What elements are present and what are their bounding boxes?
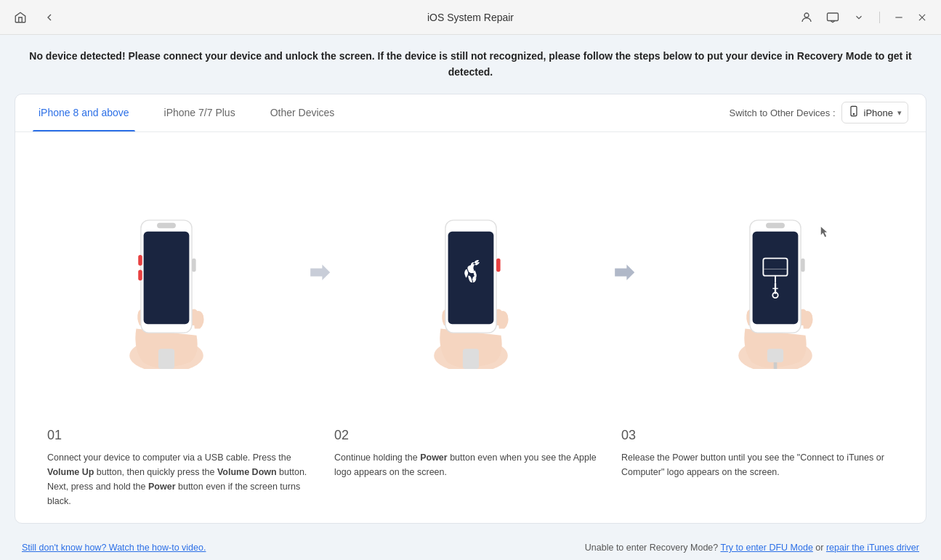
close-button[interactable] <box>915 10 929 25</box>
dfu-mode-link[interactable]: Try to enter DFU Mode <box>720 543 812 553</box>
selector-chevron-icon: ▾ <box>897 108 902 118</box>
footer-bar: Still don't know how? Watch the how-to v… <box>0 535 941 560</box>
how-to-video-link[interactable]: Still don't know how? Watch the how-to v… <box>22 543 206 553</box>
svg-rect-1 <box>828 13 839 21</box>
step1-text-part2: button, then quickly press the <box>94 467 217 477</box>
footer-right: Unable to enter Recovery Mode? Try to en… <box>585 543 919 553</box>
step1-text: 01 Connect your device to computer via a… <box>40 425 327 508</box>
title-divider <box>879 12 880 23</box>
step1-image <box>33 195 299 369</box>
steps-images-row <box>33 132 908 425</box>
minimize-button[interactable] <box>892 10 906 25</box>
title-bar-right <box>798 9 929 26</box>
selected-device-name: iPhone <box>864 107 893 118</box>
notice-text: No device detected! Please connect your … <box>29 50 911 78</box>
arrow2-icon <box>610 259 636 291</box>
svg-rect-37 <box>801 259 805 272</box>
svg-point-6 <box>853 114 854 115</box>
step1-bold2: Volume Down <box>217 467 277 477</box>
step3-image <box>642 195 908 369</box>
step1-bold1: Volume Up <box>47 467 94 477</box>
step1-text-part1: Connect your device to computer via a US… <box>47 453 291 463</box>
svg-rect-14 <box>138 270 142 281</box>
svg-rect-15 <box>192 259 196 272</box>
step1-phone-illustration <box>94 195 239 369</box>
svg-rect-36 <box>766 223 785 228</box>
tab-iphone7[interactable]: iPhone 7/7 Plus <box>158 94 241 131</box>
title-bar-left <box>12 9 58 26</box>
steps-text-row: 01 Connect your device to computer via a… <box>33 425 908 508</box>
step3-text-content: Release the Power button until you see t… <box>621 453 884 477</box>
message-icon[interactable] <box>824 9 841 26</box>
steps-area: 01 Connect your device to computer via a… <box>15 132 926 523</box>
step2-number: 02 <box>334 425 607 446</box>
title-bar: iOS System Repair <box>0 0 941 35</box>
app-title: iOS System Repair <box>427 12 514 23</box>
arrow1-icon <box>305 259 331 291</box>
back-icon[interactable] <box>41 9 58 26</box>
footer-right-text: Unable to enter Recovery Mode? <box>585 543 718 553</box>
step2-image <box>337 195 604 369</box>
svg-rect-25 <box>767 349 783 362</box>
step2-bold1: Power <box>420 453 448 463</box>
step2-phone-illustration <box>398 195 544 369</box>
footer-or-text: or <box>815 543 826 553</box>
step3-number: 03 <box>621 425 894 446</box>
step3-text: 03 Release the Power button until you se… <box>614 425 901 508</box>
content-card: iPhone 8 and above iPhone 7/7 Plus Other… <box>15 94 926 524</box>
tabs-row: iPhone 8 and above iPhone 7/7 Plus Other… <box>15 94 926 132</box>
svg-rect-18 <box>462 349 478 370</box>
step3-phone-illustration <box>703 195 848 369</box>
device-switch-area: Switch to Other Devices : iPhone ▾ <box>730 102 908 123</box>
svg-rect-13 <box>138 256 142 267</box>
step1-bold3: Power <box>148 482 176 492</box>
device-selector-dropdown[interactable]: iPhone ▾ <box>841 102 908 123</box>
user-icon[interactable] <box>798 9 815 26</box>
main-content: iPhone 8 and above iPhone 7/7 Plus Other… <box>0 94 941 535</box>
svg-marker-16 <box>310 264 330 280</box>
chevron-down-icon[interactable] <box>850 9 868 26</box>
switch-label: Switch to Other Devices : <box>730 107 836 118</box>
svg-marker-23 <box>615 264 634 280</box>
repair-itunes-link[interactable]: repair the iTunes driver <box>826 543 919 553</box>
home-icon[interactable] <box>12 9 29 26</box>
svg-point-0 <box>804 13 809 17</box>
svg-rect-8 <box>158 349 174 370</box>
svg-rect-12 <box>157 223 176 228</box>
notice-bar: No device detected! Please connect your … <box>0 35 941 94</box>
tab-iphone8[interactable]: iPhone 8 and above <box>33 94 135 131</box>
svg-rect-22 <box>496 259 501 272</box>
step2-text-part1: Continue holding the <box>334 453 420 463</box>
phone-icon <box>848 105 860 120</box>
svg-rect-11 <box>143 232 189 324</box>
step1-number: 01 <box>47 425 320 446</box>
tab-other-devices[interactable]: Other Devices <box>264 94 341 131</box>
step2-text: 02 Continue holding the Power button eve… <box>327 425 614 508</box>
